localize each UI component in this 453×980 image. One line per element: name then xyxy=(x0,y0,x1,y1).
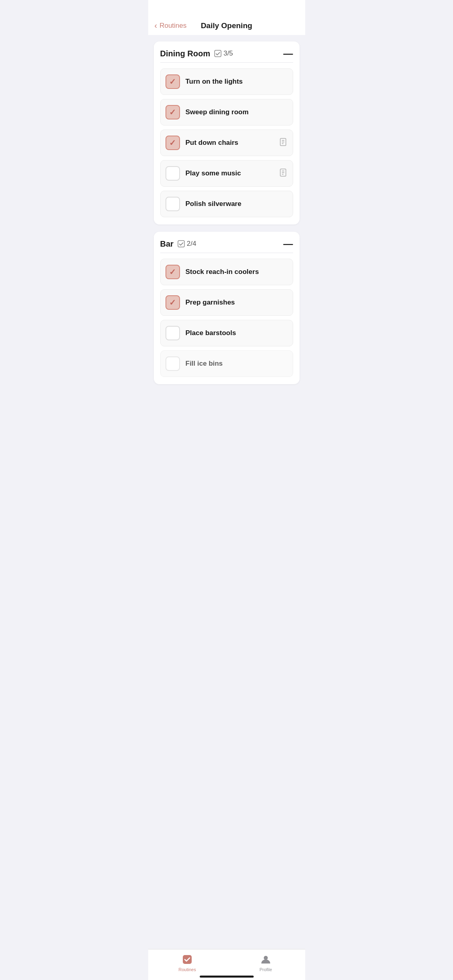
task-item-sweep-dining[interactable]: ✓ Sweep dining room xyxy=(160,99,293,126)
task-checkbox-turn-on-lights[interactable]: ✓ xyxy=(165,74,180,89)
task-checkbox-place-barstools[interactable]: ✓ xyxy=(165,326,180,340)
task-item-stock-coolers[interactable]: ✓ Stock reach-in coolers xyxy=(160,259,293,285)
dining-task-list: ✓ Turn on the lights ✓ Sweep dining room… xyxy=(160,68,293,217)
section-title-dining: Dining Room xyxy=(160,49,210,58)
status-bar xyxy=(148,0,305,18)
section-count-icon-dining xyxy=(214,50,221,57)
task-item-put-down-chairs[interactable]: ✓ Put down chairs xyxy=(160,130,293,156)
task-checkbox-fill-ice-bins[interactable]: ✓ xyxy=(165,356,180,371)
checkmark-icon: ✓ xyxy=(169,78,176,86)
page-title: Daily Opening xyxy=(201,21,252,30)
section-title-group-dining: Dining Room 3/5 xyxy=(160,49,233,58)
checkmark-icon: ✓ xyxy=(169,268,176,276)
svg-rect-0 xyxy=(215,50,221,57)
bar-task-list: ✓ Stock reach-in coolers ✓ Prep garnishe… xyxy=(160,259,293,377)
section-header-dining: Dining Room 3/5 — xyxy=(160,49,293,58)
back-button[interactable]: ‹ Routines xyxy=(155,21,187,30)
back-label: Routines xyxy=(159,22,186,30)
dining-room-section: Dining Room 3/5 — ✓ Turn on the lights xyxy=(154,41,300,224)
task-item-prep-garnishes[interactable]: ✓ Prep garnishes xyxy=(160,289,293,316)
task-label-sweep-dining: Sweep dining room xyxy=(186,108,288,116)
task-item-fill-ice-bins[interactable]: ✓ Fill ice bins xyxy=(160,350,293,377)
section-count-group-bar: 2/4 xyxy=(178,240,197,248)
task-item-polish-silverware[interactable]: ✓ Polish silverware xyxy=(160,191,293,217)
bar-section: Bar 2/4 — ✓ Stock reach-in coolers xyxy=(154,232,300,384)
task-label-polish-silverware: Polish silverware xyxy=(186,200,288,208)
section-header-bar: Bar 2/4 — xyxy=(160,239,293,249)
task-label-put-down-chairs: Put down chairs xyxy=(186,139,276,147)
task-item-place-barstools[interactable]: ✓ Place barstools xyxy=(160,320,293,346)
task-checkbox-put-down-chairs[interactable]: ✓ xyxy=(165,136,180,150)
section-divider-dining xyxy=(160,62,293,63)
checkmark-icon: ✓ xyxy=(169,299,176,307)
task-checkbox-prep-garnishes[interactable]: ✓ xyxy=(165,295,180,310)
main-content: Dining Room 3/5 — ✓ Turn on the lights xyxy=(148,35,305,428)
collapse-dining-button[interactable]: — xyxy=(283,49,293,58)
task-checkbox-sweep-dining[interactable]: ✓ xyxy=(165,105,180,119)
task-label-turn-on-lights: Turn on the lights xyxy=(186,78,288,86)
task-checkbox-stock-coolers[interactable]: ✓ xyxy=(165,265,180,279)
note-icon-put-down-chairs[interactable] xyxy=(279,138,288,148)
section-count-icon-bar xyxy=(178,240,185,247)
svg-rect-9 xyxy=(178,241,184,247)
checkmark-icon: ✓ xyxy=(169,108,176,116)
section-title-group-bar: Bar 2/4 xyxy=(160,239,197,249)
section-count-bar: 2/4 xyxy=(187,240,197,248)
task-checkbox-play-music[interactable]: ✓ xyxy=(165,166,180,181)
task-label-play-music: Play some music xyxy=(186,169,276,177)
task-item-turn-on-lights[interactable]: ✓ Turn on the lights xyxy=(160,68,293,95)
collapse-bar-button[interactable]: — xyxy=(283,239,293,249)
task-label-fill-ice-bins: Fill ice bins xyxy=(186,360,288,368)
section-title-bar: Bar xyxy=(160,239,174,249)
back-chevron-icon: ‹ xyxy=(155,21,157,30)
task-label-place-barstools: Place barstools xyxy=(186,329,288,337)
task-label-prep-garnishes: Prep garnishes xyxy=(186,299,288,307)
task-label-stock-coolers: Stock reach-in coolers xyxy=(186,268,288,276)
nav-bar: ‹ Routines Daily Opening xyxy=(148,18,305,35)
section-count-dining: 3/5 xyxy=(223,49,233,58)
task-checkbox-polish-silverware[interactable]: ✓ xyxy=(165,197,180,211)
section-count-group-dining: 3/5 xyxy=(214,49,233,58)
section-divider-bar xyxy=(160,253,293,253)
task-item-play-music[interactable]: ✓ Play some music xyxy=(160,160,293,187)
checkmark-icon: ✓ xyxy=(169,139,176,147)
note-icon-play-music[interactable] xyxy=(279,168,288,179)
